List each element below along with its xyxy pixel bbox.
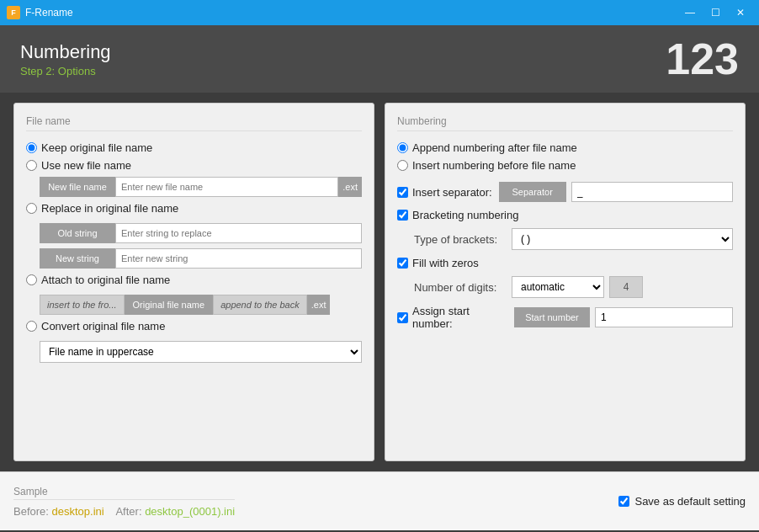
before-label: Before: [13, 505, 49, 518]
fill-zeros-checkbox[interactable] [397, 258, 408, 269]
radio-keep-label: Keep original file name [41, 141, 152, 154]
radio-insert-label: Insert numbering before file name [412, 159, 576, 172]
new-string-row: New string [40, 248, 362, 269]
sample-left: Sample Before: desktop.ini After: deskto… [13, 486, 235, 518]
radio-append[interactable]: Append numbering after file name [397, 141, 733, 154]
numbering-panel: Numbering Append numbering after file na… [385, 103, 746, 461]
bracketing-label: Bracketing numbering [412, 209, 518, 221]
convert-select[interactable]: File name in uppercase [40, 341, 362, 363]
header: Numbering Step 2: Options 123 [0, 25, 759, 93]
radio-new-label: Use new file name [41, 159, 131, 172]
new-string-label-btn: New string [40, 248, 115, 269]
old-string-input[interactable] [115, 223, 362, 243]
page-title: Numbering [20, 41, 111, 63]
radio-convert-label: Convert original file name [41, 320, 165, 332]
sample-right: Save as default setting [618, 495, 746, 508]
radio-convert[interactable]: Convert original file name [26, 320, 362, 332]
separator-checkbox[interactable] [397, 187, 408, 198]
after-value: desktop_(0001).ini [145, 505, 235, 518]
numbering-icon: 123 [666, 37, 739, 81]
fill-zeros-row[interactable]: Fill with zeros [397, 257, 733, 269]
separator-input[interactable] [571, 182, 733, 202]
fill-zeros-label: Fill with zeros [412, 257, 479, 269]
radio-attach-label: Attach to original file name [41, 274, 170, 286]
header-text: Numbering Step 2: Options [20, 41, 111, 77]
new-file-row: New file name .ext [40, 177, 362, 197]
new-file-input[interactable] [115, 177, 338, 197]
radio-attach[interactable]: Attach to original file name [26, 274, 362, 286]
file-name-panel-title: File name [26, 115, 362, 131]
sample-title: Sample [13, 486, 235, 500]
new-file-ext: .ext [338, 177, 362, 197]
attach-row: insert to the fro... Original file name … [40, 295, 362, 315]
convert-dropdown-row: File name in uppercase [40, 341, 362, 363]
titlebar: F F-Rename — ☐ ✕ [0, 0, 759, 25]
attach-front-btn[interactable]: insert to the fro... [40, 295, 125, 315]
old-string-label-btn: Old string [40, 223, 115, 243]
save-default-label: Save as default setting [634, 495, 746, 508]
startnum-checkbox-group: Assign start number: [397, 305, 507, 330]
before-value: desktop.ini [52, 505, 104, 518]
brackets-type-label: Type of brackets: [414, 233, 507, 246]
separator-input-row: Separator [499, 182, 733, 202]
new-string-input[interactable] [115, 248, 362, 269]
after-label: After: [115, 505, 141, 518]
main-content: File name Keep original file name Use ne… [0, 93, 759, 471]
startnum-checkbox[interactable] [397, 312, 408, 323]
startnum-btn: Start number [514, 307, 590, 327]
separator-checkbox-group: Insert separator: [397, 186, 492, 199]
close-button[interactable]: ✕ [729, 3, 752, 22]
digits-select[interactable]: automatic [512, 276, 604, 298]
digits-row: Number of digits: automatic 4 [414, 276, 733, 298]
save-default-checkbox[interactable] [618, 496, 629, 507]
radio-insert[interactable]: Insert numbering before file name [397, 159, 733, 172]
radio-replace[interactable]: Replace in original file name [26, 202, 362, 215]
old-string-row: Old string [40, 223, 362, 243]
startnum-input-row: Start number [514, 307, 733, 327]
titlebar-controls: — ☐ ✕ [678, 3, 752, 22]
attach-original-btn[interactable]: Original file name [125, 295, 214, 315]
brackets-type-row: Type of brackets: ( ) [ ] { } < > [414, 228, 733, 250]
app-title: F-Rename [25, 7, 73, 19]
separator-label: Insert separator: [412, 186, 492, 199]
file-name-panel: File name Keep original file name Use ne… [13, 103, 374, 461]
brackets-select[interactable]: ( ) [ ] { } < > [512, 228, 733, 250]
bracketing-checkbox[interactable] [397, 210, 408, 221]
radio-append-label: Append numbering after file name [412, 141, 577, 154]
sample-text: Before: desktop.ini After: desktop_(0001… [13, 505, 235, 518]
separator-row: Insert separator: Separator [397, 182, 733, 202]
minimize-button[interactable]: — [678, 3, 702, 22]
sample-bar: Sample Before: desktop.ini After: deskto… [0, 471, 759, 530]
step-label: Step 2: Options [20, 65, 111, 77]
startnum-row: Assign start number: Start number [397, 305, 733, 330]
attach-ext: .ext [307, 295, 331, 315]
separator-btn: Separator [499, 182, 566, 202]
attach-back-btn[interactable]: append to the back [213, 295, 307, 315]
maximize-button[interactable]: ☐ [703, 3, 727, 22]
numbering-panel-title: Numbering [397, 115, 733, 131]
app-icon: F [7, 6, 20, 19]
new-file-label-btn: New file name [40, 177, 115, 197]
digits-value: 4 [609, 276, 643, 298]
titlebar-left: F F-Rename [7, 6, 73, 19]
radio-replace-label: Replace in original file name [41, 202, 178, 215]
digits-label: Number of digits: [414, 281, 507, 294]
radio-new[interactable]: Use new file name [26, 159, 362, 172]
bracketing-checkbox-row[interactable]: Bracketing numbering [397, 209, 733, 221]
startnum-input[interactable] [595, 307, 733, 327]
step-value: Options [58, 65, 96, 77]
radio-keep[interactable]: Keep original file name [26, 141, 362, 154]
startnum-label: Assign start number: [412, 305, 507, 330]
